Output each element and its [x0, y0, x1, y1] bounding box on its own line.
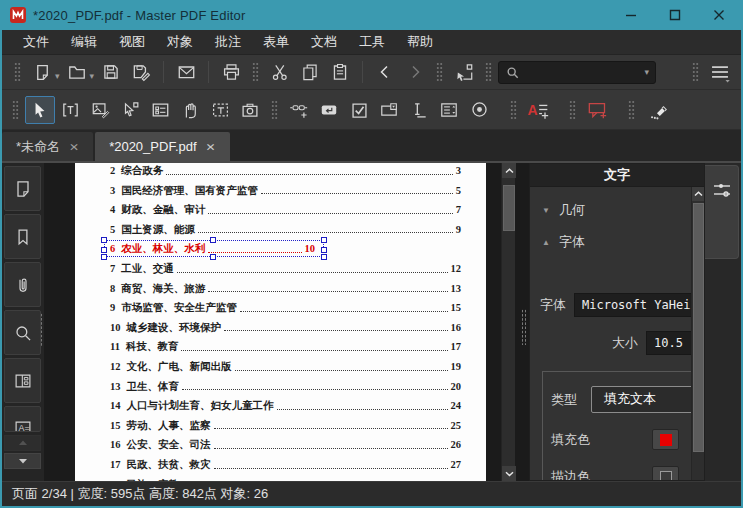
menu-tools[interactable]: 工具 — [348, 30, 396, 54]
print-button[interactable] — [216, 58, 246, 86]
text-field-tool-button[interactable] — [404, 96, 434, 124]
email-button[interactable] — [171, 58, 201, 86]
edit-image-tool-button[interactable] — [85, 96, 115, 124]
menu-object[interactable]: 对象 — [156, 30, 204, 54]
menu-annotation[interactable]: 批注 — [204, 30, 252, 54]
sidebar-scroll-up-button[interactable] — [4, 435, 41, 451]
panel-splitter-grip[interactable] — [521, 309, 526, 345]
edit-path-tool-button[interactable] — [115, 96, 145, 124]
edit-forms-tool-button[interactable] — [145, 96, 175, 124]
copy-button[interactable] — [295, 58, 325, 86]
properties-panel-button[interactable]: A= — [4, 406, 41, 432]
search-box[interactable]: ▾ — [498, 61, 656, 84]
toc-row-selected[interactable]: 6农业、林业、水利10 — [110, 235, 461, 255]
toolbar-grip[interactable] — [12, 99, 19, 121]
toolbar-grip[interactable] — [510, 99, 517, 121]
maximize-button[interactable] — [653, 0, 697, 30]
paste-button[interactable] — [325, 58, 355, 86]
radio-button-tool-button[interactable] — [464, 96, 494, 124]
form-fields-panel-button[interactable] — [4, 358, 41, 403]
section-geometry[interactable]: ▼ 几何 — [542, 201, 688, 219]
checkbox-tool-button[interactable] — [344, 96, 374, 124]
menu-file[interactable]: 文件 — [12, 30, 60, 54]
fit-selection-button[interactable] — [449, 58, 479, 86]
edit-text-tool-button[interactable] — [55, 96, 85, 124]
selection-handle[interactable] — [321, 254, 327, 260]
save-button[interactable] — [96, 58, 126, 86]
add-text-annotation-button[interactable]: A — [523, 96, 553, 124]
sidebar-scroll-down-button[interactable] — [4, 453, 41, 469]
back-button[interactable] — [370, 58, 400, 86]
selection-handle[interactable] — [101, 237, 107, 243]
font-family-input[interactable]: Microsoft YaHei — [574, 293, 702, 317]
forward-button[interactable] — [400, 58, 430, 86]
panel-vertical-scrollbar[interactable] — [691, 187, 704, 480]
stroke-color-button[interactable] — [652, 466, 679, 480]
menu-view[interactable]: 视图 — [108, 30, 156, 54]
text-style-group: 类型 填充文本 填充色 描边色 线宽 — [542, 371, 692, 480]
toolbar-grip[interactable] — [485, 61, 492, 83]
selection-handle[interactable] — [210, 237, 216, 243]
object-inspector-tab[interactable] — [705, 165, 739, 259]
collapse-triangle-icon[interactable]: ▼ — [542, 206, 550, 215]
list-box-tool-button[interactable] — [434, 96, 464, 124]
sliders-icon — [712, 180, 732, 202]
toolbar-grip[interactable] — [252, 61, 259, 83]
section-font[interactable]: ▲ 字体 — [542, 233, 688, 251]
eraser-tool-button[interactable] — [641, 96, 671, 124]
combobox-tool-button[interactable] — [374, 96, 404, 124]
scroll-down-icon[interactable] — [502, 466, 516, 481]
search-panel-button[interactable] — [4, 310, 41, 355]
selection-handle[interactable] — [101, 247, 107, 253]
menu-help[interactable]: 帮助 — [396, 30, 444, 54]
bookmarks-panel-button[interactable] — [4, 214, 41, 259]
tab-untitled[interactable]: *未命名 ✕ — [2, 132, 93, 161]
hand-tool-button[interactable] — [175, 96, 205, 124]
overflow-menu-button[interactable] — [705, 58, 735, 86]
select-tool-button[interactable] — [25, 96, 55, 124]
fill-color-swatch — [660, 434, 672, 446]
scrollbar-thumb[interactable] — [503, 185, 515, 231]
cut-button[interactable] — [265, 58, 295, 86]
panel-scrollbar-thumb[interactable] — [693, 203, 704, 452]
push-button-tool-button[interactable] — [314, 96, 344, 124]
toolbar-grip[interactable] — [692, 61, 699, 83]
tab-2020-pdf[interactable]: *2020_PDF.pdf ✕ — [95, 132, 230, 161]
tab-close-icon[interactable]: ✕ — [69, 140, 79, 153]
menu-document[interactable]: 文档 — [300, 30, 348, 54]
selection-handle[interactable] — [210, 254, 216, 260]
toc-row: 11科技、教育17 — [110, 333, 461, 353]
add-callout-annotation-button[interactable] — [582, 96, 612, 124]
minimize-button[interactable] — [609, 0, 653, 30]
attachments-panel-button[interactable] — [4, 262, 41, 307]
fill-color-button[interactable] — [652, 429, 679, 450]
menu-edit[interactable]: 编辑 — [60, 30, 108, 54]
menu-form[interactable]: 表单 — [252, 30, 300, 54]
search-caret-icon[interactable]: ▾ — [645, 67, 650, 77]
text-type-dropdown[interactable]: 填充文本 — [591, 386, 695, 413]
search-input[interactable] — [520, 65, 644, 79]
selection-handle[interactable] — [321, 247, 327, 253]
toolbar-grip[interactable] — [436, 61, 443, 83]
toolbar-grip[interactable] — [569, 99, 576, 121]
pdf-page[interactable]: 2综合政务3 3国民经济管理、国有资产监管5 4财政、金融、审计7 5国土资源、… — [75, 163, 486, 481]
add-link-tool-button[interactable] — [284, 96, 314, 124]
selection-handle[interactable] — [321, 237, 327, 243]
new-document-button[interactable] — [27, 58, 57, 86]
close-button[interactable] — [697, 0, 741, 30]
tab-close-icon[interactable]: ✕ — [206, 140, 216, 153]
expand-triangle-icon[interactable]: ▲ — [542, 238, 550, 247]
scroll-up-icon[interactable] — [502, 163, 516, 178]
document-viewport[interactable]: 2综合政务3 3国民经济管理、国有资产监管5 4财政、金融、审计7 5国土资源、… — [44, 163, 529, 481]
toolbar-grip[interactable] — [271, 99, 278, 121]
snapshot-tool-button[interactable] — [235, 96, 265, 124]
toolbar-grip[interactable] — [628, 99, 635, 121]
selection-handle[interactable] — [101, 254, 107, 260]
open-file-button[interactable] — [62, 58, 92, 86]
pages-panel-button[interactable] — [4, 166, 41, 211]
panel-scroll-up-icon[interactable] — [692, 187, 704, 201]
select-text-tool-button[interactable] — [205, 96, 235, 124]
toolbar-grip[interactable] — [14, 61, 21, 83]
document-vertical-scrollbar[interactable] — [501, 163, 515, 481]
save-as-button[interactable] — [126, 58, 156, 86]
